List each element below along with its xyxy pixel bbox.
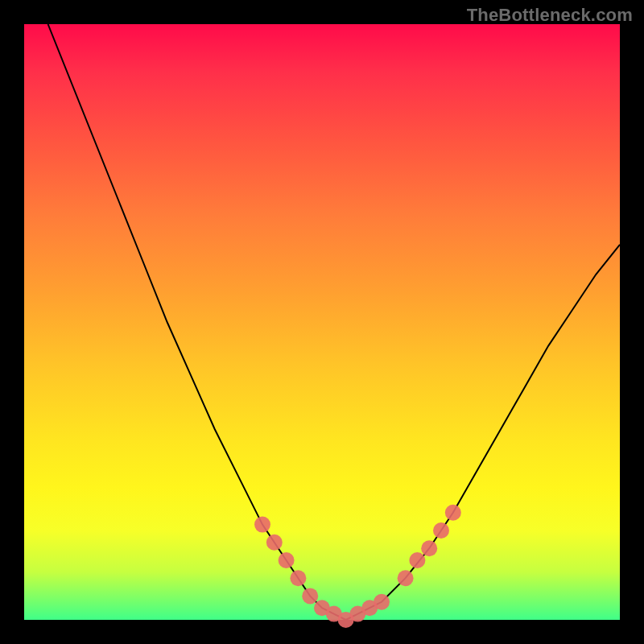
data-marker bbox=[279, 552, 295, 568]
data-marker bbox=[421, 540, 437, 556]
data-marker bbox=[398, 570, 414, 586]
data-marker bbox=[374, 594, 390, 610]
data-marker bbox=[254, 517, 270, 533]
data-marker bbox=[409, 552, 425, 568]
data-marker bbox=[290, 570, 306, 586]
series-group bbox=[48, 24, 620, 620]
data-marker bbox=[302, 588, 318, 604]
chart-frame: TheBottleneck.com bbox=[0, 0, 644, 644]
data-marker bbox=[266, 535, 283, 551]
series-right-curve bbox=[346, 245, 620, 620]
marker-group bbox=[254, 505, 461, 628]
plot-area bbox=[24, 24, 620, 620]
watermark-text: TheBottleneck.com bbox=[467, 5, 633, 26]
data-marker bbox=[445, 505, 461, 521]
data-marker bbox=[433, 522, 449, 539]
chart-svg bbox=[24, 24, 620, 620]
series-left-curve bbox=[48, 24, 346, 620]
